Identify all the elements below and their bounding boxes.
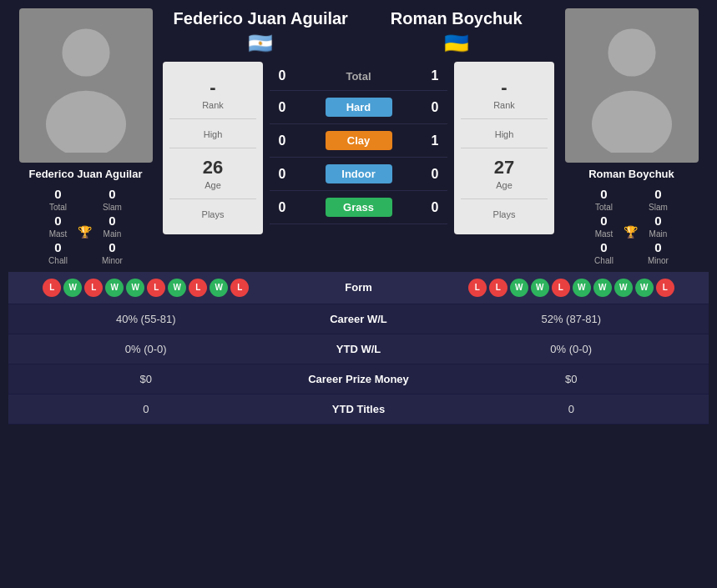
total-label: Total	[295, 70, 422, 83]
player2-age-label: Age	[496, 180, 513, 190]
player2-total: 0	[600, 187, 607, 201]
form-badge: L	[468, 279, 487, 297]
hard-p1: 0	[270, 100, 295, 115]
player1-trophy-icon: 🏆	[78, 225, 92, 239]
career-wl-label: Career W/L	[284, 304, 434, 334]
svg-point-0	[62, 28, 109, 76]
form-badge: L	[489, 279, 507, 297]
form-badge: W	[126, 279, 144, 297]
player2-rank-value: -	[501, 77, 507, 98]
player2-age-item: 27 Age	[461, 148, 548, 199]
prize-row: $0 Career Prize Money $0	[8, 364, 709, 395]
svg-point-3	[592, 90, 672, 152]
player1-form: LWLWWLWLWL	[8, 279, 284, 297]
form-badge: W	[635, 279, 654, 297]
form-badge: W	[63, 279, 82, 297]
player1-age-label: Age	[204, 180, 221, 190]
player2-mast: 0	[600, 214, 607, 228]
total-p1: 0	[270, 68, 295, 83]
player2-name: Roman Boychuk	[588, 168, 674, 182]
player1-high-item: High	[169, 119, 256, 148]
career-wl-p1: 40% (55-81)	[8, 304, 284, 334]
player1-chall: 0	[54, 240, 61, 254]
player1-stats: 0 Total 0 Mast 0 Chall 🏆 0 Slam 0 Main	[48, 187, 123, 265]
player2-plays-item: Plays	[461, 199, 548, 228]
career-wl-row: 40% (55-81) Career W/L 52% (87-81)	[8, 304, 709, 334]
player2-chall: 0	[600, 240, 607, 254]
player2-card: Roman Boychuk 0 Total 0 Mast 0 Chall 🏆 0	[554, 8, 709, 265]
player1-age-item: 26 Age	[169, 148, 256, 199]
form-badge: L	[147, 279, 165, 297]
grass-badge: Grass	[326, 198, 392, 217]
ytd-wl-label: YTD W/L	[284, 334, 434, 364]
form-badge: L	[189, 279, 207, 297]
player2-avatar	[565, 8, 699, 163]
player1-plays-label: Plays	[202, 209, 225, 219]
hard-p2: 0	[422, 100, 447, 115]
form-badge: W	[168, 279, 186, 297]
form-label: Form	[284, 281, 434, 294]
player2-rank-label: Rank	[493, 100, 515, 110]
player1-plays-item: Plays	[169, 199, 256, 228]
grass-p1: 0	[270, 200, 295, 215]
player1-card: Federico Juan Aguilar 0 Total 0 Mast 0 C…	[8, 8, 163, 265]
player1-stats-panel: - Rank High 26 Age Plays	[163, 62, 263, 234]
player1-name: Federico Juan Aguilar	[28, 168, 142, 182]
top-section: Federico Juan Aguilar 0 Total 0 Mast 0 C…	[8, 8, 709, 265]
player1-high-label: High	[204, 129, 223, 139]
grass-p2: 0	[422, 200, 447, 215]
form-badge: W	[573, 279, 591, 297]
form-badge: L	[552, 279, 570, 297]
hard-badge: Hard	[326, 98, 392, 117]
player2-stats: 0 Total 0 Mast 0 Chall 🏆 0 Slam 0 Main	[594, 187, 669, 265]
career-wl-p2: 52% (87-81)	[434, 304, 709, 334]
player1-mast: 0	[54, 214, 61, 228]
main-container: Federico Juan Aguilar 0 Total 0 Mast 0 C…	[0, 0, 717, 433]
titles-label: YTD Titles	[284, 395, 434, 424]
form-badge: W	[593, 279, 612, 297]
player1-slam: 0	[109, 187, 115, 201]
form-badge: L	[84, 279, 103, 297]
player1-rank-value: -	[210, 77, 215, 98]
form-badge: W	[531, 279, 549, 297]
form-row: LWLWWLWLWL Form LLWWLWWWWL	[8, 272, 709, 304]
indoor-row: 0 Indoor 0	[270, 158, 447, 191]
player2-rank-item: - Rank	[461, 68, 548, 119]
player2-slam: 0	[654, 187, 661, 201]
bottom-rows: LWLWWLWLWL Form LLWWLWWWWL 40% (55-81) C…	[8, 272, 709, 425]
player2-trophy-icon: 🏆	[624, 225, 638, 239]
ytd-wl-row: 0% (0-0) YTD W/L 0% (0-0)	[8, 334, 709, 364]
titles-p2: 0	[434, 395, 709, 424]
player2-age-value: 27	[494, 157, 514, 178]
player1-rank-item: - Rank	[169, 68, 256, 119]
indoor-p2: 0	[422, 167, 447, 182]
svg-point-1	[46, 90, 126, 152]
player2-stats-panel: - Rank High 27 Age Plays	[454, 62, 554, 234]
match-center: - Rank High 26 Age Plays	[163, 62, 554, 234]
player1-rank-label: Rank	[202, 100, 224, 110]
player1-age-value: 26	[203, 157, 223, 178]
prize-label: Career Prize Money	[284, 364, 434, 394]
score-table: 0 Total 1 0 Hard 0 0 Clay 1	[263, 62, 454, 234]
player1-total: 0	[54, 187, 61, 201]
player2-high-item: High	[461, 119, 548, 148]
player2-form: LLWWLWWWWL	[434, 279, 709, 297]
indoor-badge: Indoor	[326, 164, 392, 183]
form-badge: L	[43, 279, 61, 297]
titles-row: 0 YTD Titles 0	[8, 395, 709, 425]
player1-avatar	[19, 8, 153, 163]
player2-plays-label: Plays	[493, 209, 516, 219]
total-p2: 1	[422, 68, 447, 83]
clay-p2: 1	[422, 133, 447, 148]
prize-p2: $0	[434, 364, 709, 394]
middle-section: Federico Juan Aguilar 🇦🇷 Roman Boychuk 🇺…	[163, 8, 554, 234]
svg-point-2	[608, 28, 655, 76]
player1-header-name: Federico Juan Aguilar	[174, 8, 348, 28]
player2-header-name: Roman Boychuk	[391, 8, 523, 28]
total-row: 0 Total 1	[270, 62, 447, 91]
player1-flag: 🇦🇷	[248, 32, 273, 55]
hard-row: 0 Hard 0	[270, 91, 447, 124]
clay-badge: Clay	[326, 131, 392, 150]
player1-minor: 0	[109, 240, 115, 254]
player1-main: 0	[109, 214, 115, 228]
